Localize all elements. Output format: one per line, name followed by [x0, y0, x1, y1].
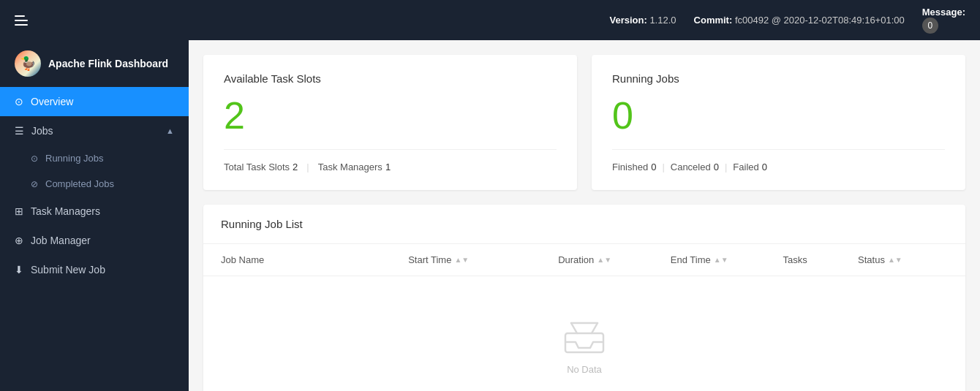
task-slots-title: Available Task Slots	[224, 72, 557, 85]
canceled-stat: Canceled 0	[671, 162, 719, 172]
running-jobs-title: Running Jobs	[612, 72, 945, 85]
failed-stat: Failed 0	[733, 162, 767, 172]
no-data-text: No Data	[567, 364, 602, 375]
version-info: Version: 1.12.0	[609, 15, 676, 26]
table-header: Job Name Start Time ▲▼ Duration ▲▼ End T…	[203, 244, 965, 276]
message-badge: 0	[922, 18, 938, 34]
total-task-slots-stat: Total Task Slots 2	[224, 162, 298, 172]
menu-icon[interactable]	[15, 15, 28, 26]
col-status: Status ▲▼	[858, 254, 948, 265]
task-managers-icon: ⊞	[15, 205, 23, 217]
no-data-icon	[562, 320, 606, 355]
running-jobs-label: Running Jobs	[45, 153, 104, 164]
job-manager-label: Job Manager	[31, 235, 91, 246]
commit-info: Commit: fc00492 @ 2020-12-02T08:49:16+01…	[694, 15, 905, 26]
jobs-header-left: ☰ Jobs	[15, 125, 53, 137]
running-job-list-section: Running Job List Job Name Start Time ▲▼ …	[203, 205, 965, 391]
jobs-icon: ☰	[15, 125, 24, 137]
status-sort-icon[interactable]: ▲▼	[888, 257, 902, 264]
sub-sep-1: |	[662, 162, 664, 172]
sidebar: 🦆 Apache Flink Dashboard ⊙ Overview ☰ Jo…	[0, 40, 189, 391]
finished-stat: Finished 0	[612, 162, 656, 172]
sidebar-section-jobs: ☰ Jobs ▲ ⊙ Running Jobs ⊘ Completed Jobs	[0, 116, 189, 197]
duration-sort-icon[interactable]: ▲▼	[597, 257, 611, 264]
sub-sep-2: |	[725, 162, 727, 172]
sidebar-item-overview-link[interactable]: ⊙ Overview	[0, 87, 189, 116]
header-meta: Version: 1.12.0 Commit: fc00492 @ 2020-1…	[609, 7, 965, 34]
jobs-label: Jobs	[31, 125, 53, 137]
completed-jobs-label: Completed Jobs	[45, 178, 114, 189]
sidebar-item-running-jobs[interactable]: ⊙ Running Jobs	[0, 145, 189, 171]
running-jobs-icon: ⊙	[31, 153, 38, 164]
task-managers-label: Task Managers	[31, 205, 100, 217]
job-manager-icon: ⊕	[15, 235, 23, 246]
overview-label: Overview	[31, 96, 73, 107]
col-job-name: Job Name	[221, 254, 408, 265]
running-jobs-sub-stats: Finished 0 | Canceled 0 | Failed 0	[612, 162, 945, 172]
col-tasks: Tasks	[783, 254, 858, 265]
header: Version: 1.12.0 Commit: fc00492 @ 2020-1…	[0, 0, 980, 40]
cards-row: Available Task Slots 2 Total Task Slots …	[203, 55, 965, 190]
stat-divider-1: |	[306, 162, 309, 172]
app-title: Apache Flink Dashboard	[48, 58, 168, 69]
app-logo: 🦆	[15, 50, 41, 77]
sidebar-jobs-header[interactable]: ☰ Jobs ▲	[0, 116, 189, 145]
message-info: Message: 0	[922, 7, 965, 34]
running-jobs-number: 0	[612, 96, 945, 134]
overview-icon: ⊙	[15, 96, 23, 107]
card-available-task-slots: Available Task Slots 2 Total Task Slots …	[203, 55, 577, 190]
submit-job-icon: ⬇	[15, 264, 23, 276]
jobs-chevron-icon: ▲	[166, 126, 174, 135]
sidebar-item-job-manager[interactable]: ⊕ Job Manager	[0, 226, 189, 255]
submit-new-job-label: Submit New Job	[31, 264, 105, 276]
col-end-time: End Time ▲▼	[671, 254, 783, 265]
task-slots-stats: Total Task Slots 2 | Task Managers 1	[224, 162, 557, 172]
sidebar-item-completed-jobs[interactable]: ⊘ Completed Jobs	[0, 171, 189, 197]
col-duration: Duration ▲▼	[558, 254, 671, 265]
completed-jobs-icon: ⊘	[31, 179, 38, 189]
running-job-list-header: Running Job List	[203, 205, 965, 244]
sidebar-item-overview[interactable]: 🦆 Apache Flink Dashboard	[0, 40, 189, 87]
task-managers-stat: Task Managers 1	[318, 162, 391, 172]
col-start-time: Start Time ▲▼	[408, 254, 558, 265]
start-time-sort-icon[interactable]: ▲▼	[454, 257, 469, 264]
end-time-sort-icon[interactable]: ▲▼	[714, 257, 728, 264]
card-running-jobs: Running Jobs 0 Finished 0 | Canceled 0 |	[592, 55, 965, 190]
layout: 🦆 Apache Flink Dashboard ⊙ Overview ☰ Jo…	[0, 40, 980, 391]
sidebar-item-task-managers[interactable]: ⊞ Task Managers	[0, 197, 189, 226]
sidebar-item-submit-new-job[interactable]: ⬇ Submit New Job	[0, 255, 189, 284]
no-data-placeholder: No Data	[203, 276, 965, 391]
header-left	[15, 15, 28, 26]
task-slots-number: 2	[224, 96, 557, 134]
main-content: Available Task Slots 2 Total Task Slots …	[189, 40, 980, 391]
